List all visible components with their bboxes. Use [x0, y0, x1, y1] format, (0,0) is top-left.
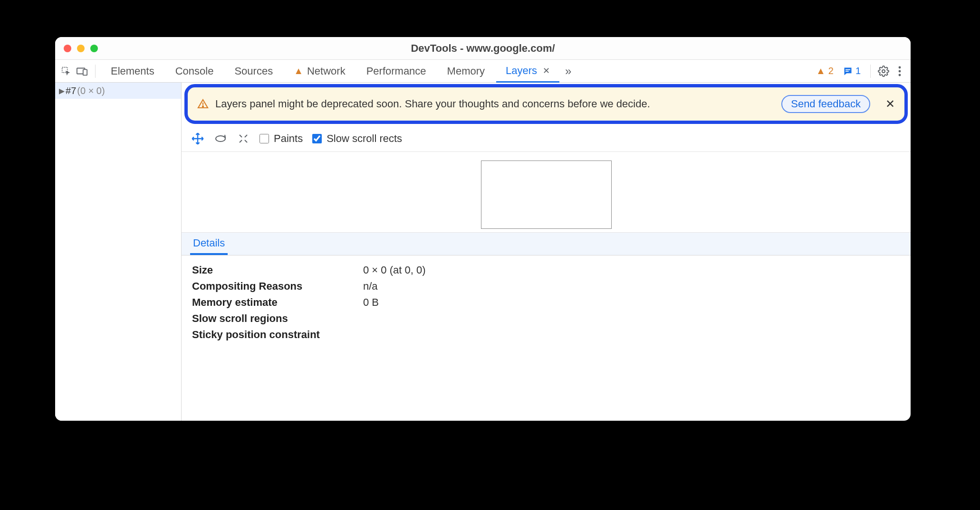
paints-checkbox-input[interactable] — [259, 134, 269, 143]
details-row-memory: Memory estimate 0 B — [192, 294, 900, 311]
svg-rect-3 — [845, 69, 850, 70]
tab-label: Layers — [506, 65, 537, 77]
svg-point-8 — [899, 74, 901, 76]
titlebar: DevTools - www.google.com/ — [55, 37, 911, 60]
messages-count: 1 — [855, 66, 861, 76]
layer-viewport[interactable] — [182, 152, 911, 233]
layer-id: #7 — [66, 85, 76, 96]
close-window-button[interactable] — [64, 45, 71, 52]
svg-point-5 — [882, 70, 885, 73]
traffic-lights — [55, 45, 98, 52]
layer-controls: Paints Slow scroll rects — [182, 125, 911, 152]
details-key: Size — [192, 264, 363, 276]
slow-scroll-checkbox-input[interactable] — [312, 134, 322, 143]
rotate-mode-icon[interactable] — [214, 132, 227, 145]
tab-label: Memory — [447, 65, 485, 77]
tab-network[interactable]: ▲ Network — [284, 60, 355, 82]
divider — [95, 65, 96, 78]
details-body: Size 0 × 0 (at 0, 0) Compositing Reasons… — [182, 255, 911, 349]
tab-sources[interactable]: Sources — [225, 60, 282, 82]
details-key: Slow scroll regions — [192, 312, 363, 325]
send-feedback-button[interactable]: Send feedback — [781, 95, 870, 113]
tab-console[interactable]: Console — [166, 60, 223, 82]
tab-label: Performance — [366, 65, 426, 77]
more-tabs-icon[interactable]: » — [561, 65, 575, 78]
layer-tree-item[interactable]: ▶ #7 (0 × 0) — [55, 83, 181, 99]
tab-label: Network — [307, 65, 346, 77]
reset-view-icon[interactable] — [237, 132, 250, 145]
details-key: Memory estimate — [192, 296, 363, 309]
details-tab[interactable]: Details — [190, 233, 228, 255]
details-value: 0 × 0 (at 0, 0) — [363, 264, 425, 276]
tab-label: Sources — [234, 65, 273, 77]
paints-label: Paints — [274, 132, 303, 145]
messages-counter[interactable]: 1 — [839, 66, 865, 76]
message-icon — [843, 66, 853, 76]
slow-scroll-checkbox[interactable]: Slow scroll rects — [312, 132, 402, 145]
svg-point-10 — [202, 106, 203, 107]
pan-mode-icon[interactable] — [191, 132, 204, 145]
main-toolbar: Elements Console Sources ▲ Network Perfo… — [55, 60, 911, 83]
zoom-window-button[interactable] — [90, 45, 98, 52]
kebab-menu-icon[interactable] — [893, 64, 907, 78]
inspect-element-icon[interactable] — [59, 64, 73, 78]
details-key: Compositing Reasons — [192, 280, 363, 293]
tab-label: Console — [175, 65, 214, 77]
minimize-window-button[interactable] — [77, 45, 85, 52]
panel-body: ▶ #7 (0 × 0) Layers panel might be depre… — [55, 83, 911, 421]
layer-tree-pane: ▶ #7 (0 × 0) — [55, 83, 182, 421]
settings-icon[interactable] — [876, 64, 891, 78]
tab-layers[interactable]: Layers ✕ — [496, 60, 559, 83]
layer-rect[interactable] — [481, 161, 612, 229]
close-banner-icon[interactable]: ✕ — [885, 97, 895, 111]
disclosure-triangle-icon[interactable]: ▶ — [59, 85, 65, 96]
slow-scroll-label: Slow scroll rects — [327, 132, 402, 145]
window-title: DevTools - www.google.com/ — [55, 42, 911, 55]
warning-icon — [197, 98, 209, 110]
details-tabstrip: Details — [182, 233, 911, 255]
paints-checkbox[interactable]: Paints — [259, 132, 303, 145]
tab-elements[interactable]: Elements — [101, 60, 164, 82]
details-row-compositing: Compositing Reasons n/a — [192, 278, 900, 294]
device-toolbar-icon[interactable] — [75, 64, 89, 78]
warnings-count: 2 — [828, 66, 834, 76]
close-tab-icon[interactable]: ✕ — [543, 66, 550, 76]
details-row-size: Size 0 × 0 (at 0, 0) — [192, 262, 900, 278]
warnings-counter[interactable]: ▲ 2 — [812, 66, 837, 76]
details-value: 0 B — [363, 296, 379, 309]
divider — [870, 65, 871, 78]
devtools-window: DevTools - www.google.com/ Elements Cons… — [55, 37, 911, 421]
details-key: Sticky position constraint — [192, 329, 363, 341]
svg-point-7 — [899, 70, 901, 72]
svg-rect-4 — [845, 71, 849, 72]
layer-dimensions: (0 × 0) — [77, 85, 105, 96]
details-row-slowscroll: Slow scroll regions — [192, 311, 900, 327]
details-value: n/a — [363, 280, 378, 293]
layer-right-pane: Layers panel might be deprecated soon. S… — [182, 83, 911, 421]
tab-memory[interactable]: Memory — [438, 60, 494, 82]
banner-text: Layers panel might be deprecated soon. S… — [215, 98, 770, 110]
warning-icon: ▲ — [816, 66, 826, 76]
details-row-sticky: Sticky position constraint — [192, 327, 900, 343]
deprecation-banner: Layers panel might be deprecated soon. S… — [184, 84, 908, 124]
tab-label: Elements — [111, 65, 154, 77]
svg-point-6 — [899, 66, 901, 68]
tab-performance[interactable]: Performance — [357, 60, 436, 82]
warning-icon: ▲ — [294, 66, 303, 76]
svg-rect-2 — [83, 69, 87, 75]
